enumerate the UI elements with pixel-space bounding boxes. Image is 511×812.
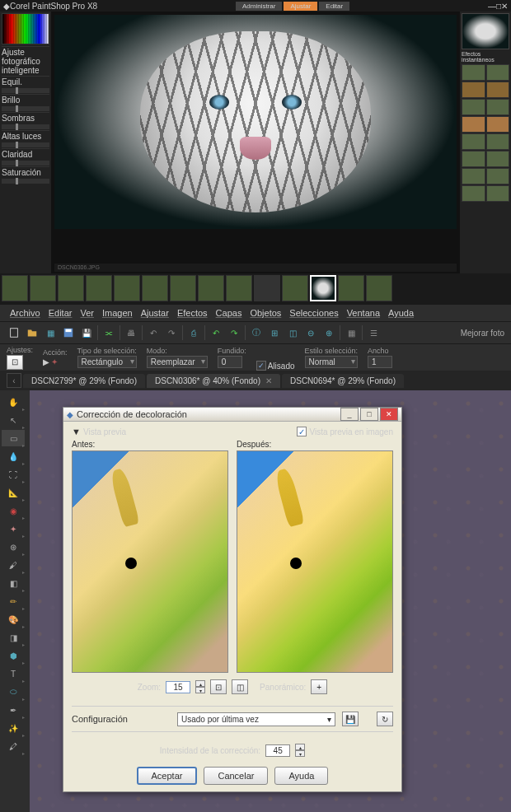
menu-editar[interactable]: Editar	[45, 306, 76, 320]
preset-thumb[interactable]	[486, 168, 510, 184]
accept-button[interactable]: Aceptar	[137, 767, 198, 785]
gradient-tool[interactable]: ◧	[2, 575, 25, 591]
config-select[interactable]: Usado por última vez	[177, 712, 335, 726]
crop-tool[interactable]: ⛶	[2, 466, 25, 483]
back-button[interactable]: ‹	[7, 373, 21, 388]
navigator-thumb[interactable]	[462, 13, 509, 49]
menu-ventana[interactable]: Ventana	[344, 306, 383, 320]
menu-archivo[interactable]: Archivo	[7, 306, 44, 320]
tab-editar[interactable]: Editar	[319, 2, 349, 11]
action-icon[interactable]: ▶	[43, 357, 49, 366]
screenshot-icon[interactable]: ⎙	[186, 325, 201, 340]
selstyle-select[interactable]: Normal	[305, 356, 359, 368]
fit-icon[interactable]: ◫	[285, 325, 300, 340]
zoomout-icon[interactable]: ⊖	[303, 325, 318, 340]
share-icon[interactable]: ⫘	[101, 325, 116, 340]
close-tab-icon[interactable]: ✕	[265, 376, 272, 385]
thumb[interactable]	[170, 275, 196, 301]
preset-thumb[interactable]	[462, 151, 485, 167]
width-input[interactable]	[368, 356, 392, 368]
doc-tab[interactable]: DSCN0694* @ 29% (Fondo)	[282, 374, 404, 388]
after-preview[interactable]	[237, 450, 393, 673]
minimize-icon[interactable]: —	[488, 2, 496, 11]
menu-selecciones[interactable]: Selecciones	[286, 306, 341, 320]
smartbrush-tool[interactable]: ✨	[2, 720, 25, 736]
resize-icon[interactable]: ⊞	[267, 325, 282, 340]
doc-tab-active[interactable]: DSCN0306* @ 40% (Fondo)✕	[147, 374, 280, 388]
thumb[interactable]	[114, 275, 140, 301]
layers-icon[interactable]: ☰	[366, 325, 381, 340]
panoramic-button[interactable]: +	[311, 679, 327, 694]
redeye-tool[interactable]: ◉	[2, 502, 25, 519]
preset-thumb[interactable]	[462, 116, 485, 133]
preset-thumb[interactable]	[486, 99, 510, 115]
menu-objetos[interactable]: Objetos	[246, 306, 284, 320]
before-preview[interactable]	[72, 450, 228, 673]
ruler-icon[interactable]: ▦	[344, 325, 359, 340]
colorchange-tool[interactable]: 🎨	[2, 611, 25, 628]
thumb[interactable]	[226, 275, 252, 301]
thumb[interactable]	[338, 275, 364, 301]
dialog-close-icon[interactable]: ✕	[380, 408, 398, 421]
preset-thumb[interactable]	[486, 133, 510, 150]
dropper-tool[interactable]: 💧	[2, 448, 25, 464]
makeover-tool[interactable]: ✦	[2, 520, 25, 537]
zoom-100-icon[interactable]: ◫	[232, 679, 248, 694]
antialias-check[interactable]: ✓	[256, 361, 266, 371]
saveas-icon[interactable]: 💾	[79, 325, 94, 340]
seltype-select[interactable]: Rectángulo	[77, 356, 137, 368]
zoom-up[interactable]: ▴	[195, 680, 205, 687]
move-tool[interactable]: ↖	[2, 412, 25, 428]
open-icon[interactable]	[25, 325, 40, 340]
adj-slider[interactable]	[2, 88, 49, 93]
preset-thumb[interactable]	[462, 99, 485, 115]
menu-capas[interactable]: Capas	[213, 306, 246, 320]
action-icon2[interactable]: ✦	[51, 357, 58, 366]
preset-thumb[interactable]	[486, 82, 510, 98]
zoom-input[interactable]	[166, 681, 190, 693]
shape-tool[interactable]: ⬭	[2, 684, 25, 700]
paint-tool[interactable]: 🖌	[2, 557, 25, 573]
dialog-titlebar[interactable]: ◆ Corrección de decoloración _ □ ✕	[63, 408, 401, 422]
oilbrush-tool[interactable]: 🖍	[2, 738, 25, 754]
intensity-up[interactable]: ▴	[295, 744, 305, 750]
thumb[interactable]	[86, 275, 112, 301]
preset-thumb[interactable]	[462, 82, 485, 98]
close-icon[interactable]: ✕	[501, 2, 508, 11]
preset-thumb[interactable]	[462, 185, 485, 202]
print-icon[interactable]: 🖶	[124, 325, 138, 340]
thumb[interactable]	[198, 275, 224, 301]
main-canvas[interactable]: DSCN0306.JPG	[51, 12, 460, 273]
picturetube-tool[interactable]: ⬢	[2, 647, 25, 664]
preset-btn[interactable]: ⊡	[7, 355, 23, 370]
dialog-min-icon[interactable]: _	[340, 408, 359, 421]
help-button[interactable]: Ayuda	[274, 767, 328, 785]
thumb[interactable]	[254, 275, 280, 301]
thumb[interactable]	[282, 275, 308, 301]
cancel-button[interactable]: Cancelar	[204, 767, 268, 785]
menu-efectos[interactable]: Efectos	[174, 306, 211, 320]
tab-ajustar[interactable]: Ajustar	[284, 2, 317, 11]
redo-icon[interactable]: ↷	[164, 325, 179, 340]
histogram[interactable]	[2, 13, 49, 44]
adj-slider[interactable]	[2, 179, 49, 184]
zoomin-icon[interactable]: ⊕	[321, 325, 336, 340]
preset-thumb[interactable]	[486, 116, 510, 133]
preset-thumb[interactable]	[486, 151, 510, 167]
straighten-tool[interactable]: 📐	[2, 484, 25, 501]
preview-in-image-check[interactable]: ✓ Vista previa en imagen	[297, 427, 393, 436]
thumb[interactable]	[30, 275, 56, 301]
improve-button[interactable]: Mejorar foto	[461, 329, 504, 338]
preset-thumb[interactable]	[486, 64, 510, 81]
preset-thumb[interactable]	[486, 185, 510, 202]
blend-input[interactable]	[218, 356, 242, 368]
mode-select[interactable]: Reemplazar	[147, 356, 208, 368]
save-icon[interactable]	[61, 325, 76, 340]
eraser-tool[interactable]: ◨	[2, 629, 25, 646]
adj-slider[interactable]	[2, 124, 49, 129]
save-preset-icon[interactable]: 💾	[342, 712, 359, 726]
selection-tool[interactable]: ▭	[2, 430, 25, 446]
redo2-icon[interactable]: ↷	[227, 325, 241, 340]
thumb[interactable]	[142, 275, 168, 301]
doc-tab[interactable]: DSCN2799* @ 29% (Fondo)	[23, 374, 145, 388]
